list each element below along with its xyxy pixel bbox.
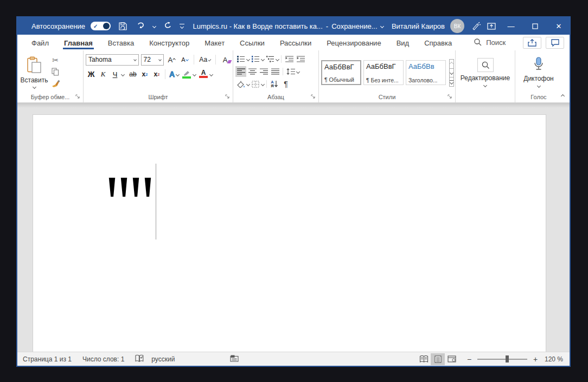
editing-menu-button[interactable]: Редактирование: [456, 53, 514, 92]
style-card[interactable]: АаБбВвГ¶ Без инте...: [363, 60, 404, 85]
sort-button[interactable]: АЯ: [269, 79, 280, 89]
subscript-button[interactable]: x2: [139, 69, 150, 80]
dictate-button[interactable]: Диктофон: [519, 53, 558, 92]
increase-indent-button[interactable]: [295, 54, 306, 64]
shrink-font-button[interactable]: А: [179, 54, 190, 65]
share-button[interactable]: [523, 37, 541, 49]
style-card[interactable]: АаБбВвГ¶ Обычный: [321, 60, 361, 85]
tab-главная[interactable]: Главная: [56, 36, 100, 49]
proofing-icon[interactable]: [135, 354, 144, 364]
saving-status[interactable]: Сохранение...: [331, 22, 377, 30]
paste-button[interactable]: Вставить: [20, 53, 49, 92]
change-case-button[interactable]: Аа: [198, 54, 212, 65]
save-icon[interactable]: [116, 20, 129, 33]
styles-dialog-launcher[interactable]: [448, 94, 452, 100]
web-layout-button[interactable]: [445, 353, 459, 365]
text-effects-button[interactable]: А: [168, 69, 180, 80]
numbering-dropdown-icon[interactable]: [261, 57, 265, 61]
zoom-level[interactable]: 120 %: [545, 355, 565, 363]
format-painter-icon[interactable]: [50, 77, 61, 88]
clipboard-dialog-launcher[interactable]: [75, 94, 80, 100]
language-indicator[interactable]: русский: [151, 355, 175, 363]
line-spacing-button[interactable]: [285, 66, 296, 77]
status-bar: Страница 1 из 1 Число слов: 1 русский − …: [17, 352, 570, 366]
read-mode-button[interactable]: [417, 353, 431, 365]
avatar[interactable]: ВК: [450, 19, 464, 33]
numbering-button[interactable]: [250, 54, 261, 64]
collapse-ribbon-button[interactable]: [561, 90, 564, 100]
draw-pen-icon[interactable]: [470, 20, 483, 33]
undo-button[interactable]: [135, 20, 148, 33]
comments-button[interactable]: [546, 37, 564, 49]
zoom-slider[interactable]: [477, 359, 527, 360]
close-button[interactable]: ✕: [548, 17, 570, 35]
styles-group-label: Стили: [379, 94, 396, 100]
highlight-dropdown-icon[interactable]: [193, 72, 196, 76]
styles-scroll-down[interactable]: [449, 68, 454, 78]
bold-button[interactable]: Ж: [86, 69, 97, 80]
clear-formatting-button[interactable]: А: [220, 54, 231, 65]
tab-рассылки[interactable]: Рассылки: [272, 36, 319, 49]
underline-button[interactable]: Ч: [110, 69, 120, 80]
autosave-toggle[interactable]: ✓: [91, 22, 111, 30]
search-box[interactable]: Поиск: [474, 38, 506, 48]
tab-файл[interactable]: Файл: [24, 36, 56, 49]
print-layout-button[interactable]: [431, 353, 445, 365]
multilevel-dropdown-icon[interactable]: [276, 57, 279, 61]
maximize-button[interactable]: [524, 17, 546, 35]
page-indicator[interactable]: Страница 1 из 1: [23, 355, 72, 363]
zoom-slider-handle[interactable]: [506, 355, 509, 362]
redo-button[interactable]: [161, 20, 174, 33]
font-size-combobox[interactable]: 72: [141, 54, 164, 66]
bullets-button[interactable]: [235, 54, 246, 64]
underline-dropdown-icon[interactable]: [121, 72, 125, 76]
document-page[interactable]: [33, 114, 546, 352]
word-count[interactable]: Число слов: 1: [82, 355, 124, 363]
zoom-in-button[interactable]: +: [532, 355, 539, 364]
grow-font-button[interactable]: А: [166, 54, 177, 65]
justify-button[interactable]: [270, 66, 280, 77]
tab-вид[interactable]: Вид: [389, 36, 417, 49]
align-right-button[interactable]: [258, 66, 269, 77]
show-paragraph-marks-button[interactable]: ¶: [280, 79, 291, 89]
cut-icon[interactable]: ✂: [50, 55, 61, 66]
font-color-button[interactable]: А: [198, 69, 209, 80]
tab-макет[interactable]: Макет: [197, 36, 232, 49]
font-color-dropdown-icon[interactable]: [209, 72, 213, 76]
borders-button[interactable]: [250, 79, 261, 89]
ribbon-display-options-icon[interactable]: [485, 20, 498, 33]
italic-button[interactable]: К: [98, 69, 108, 80]
highlight-color-button[interactable]: [181, 69, 192, 80]
zoom-out-button[interactable]: −: [465, 355, 473, 364]
undo-dropdown-icon[interactable]: [152, 24, 156, 28]
font-family-combobox[interactable]: Tahoma: [86, 54, 139, 66]
shading-button[interactable]: [235, 79, 246, 89]
user-name[interactable]: Виталий Каиров: [392, 22, 445, 30]
quick-access-customize-icon[interactable]: [180, 24, 184, 28]
align-center-button[interactable]: [247, 66, 258, 77]
tab-справка[interactable]: Справка: [417, 36, 459, 49]
bullets-dropdown-icon[interactable]: [246, 57, 250, 61]
tab-ссылки[interactable]: Ссылки: [232, 36, 272, 49]
align-left-button[interactable]: [235, 66, 246, 77]
keyboard-layout-icon[interactable]: [230, 355, 239, 364]
styles-scroll-up[interactable]: [449, 59, 454, 69]
strikethrough-button[interactable]: ab: [127, 69, 138, 80]
decrease-indent-button[interactable]: [284, 54, 295, 64]
superscript-button[interactable]: x2: [151, 69, 162, 80]
document-title: Lumpics.ru - Как в Ворде поставить ка...: [193, 22, 322, 30]
tab-вставка[interactable]: Вставка: [100, 36, 142, 49]
borders-dropdown-icon[interactable]: [261, 82, 265, 86]
tab-конструктор[interactable]: Конструктор: [142, 36, 197, 49]
copy-icon[interactable]: [50, 66, 61, 77]
minimize-button[interactable]: —: [500, 17, 522, 35]
line-spacing-dropdown-icon[interactable]: [296, 69, 300, 73]
shading-dropdown-icon[interactable]: [246, 82, 250, 86]
title-dropdown-icon[interactable]: [380, 24, 384, 28]
font-dialog-launcher[interactable]: [225, 94, 230, 100]
paragraph-dialog-launcher[interactable]: [311, 94, 316, 100]
styles-more-button[interactable]: [449, 77, 454, 87]
tab-рецензирование[interactable]: Рецензирование: [319, 36, 388, 49]
multilevel-list-button[interactable]: [265, 54, 276, 64]
style-card[interactable]: АаБбВвЗаголово...: [406, 60, 446, 85]
